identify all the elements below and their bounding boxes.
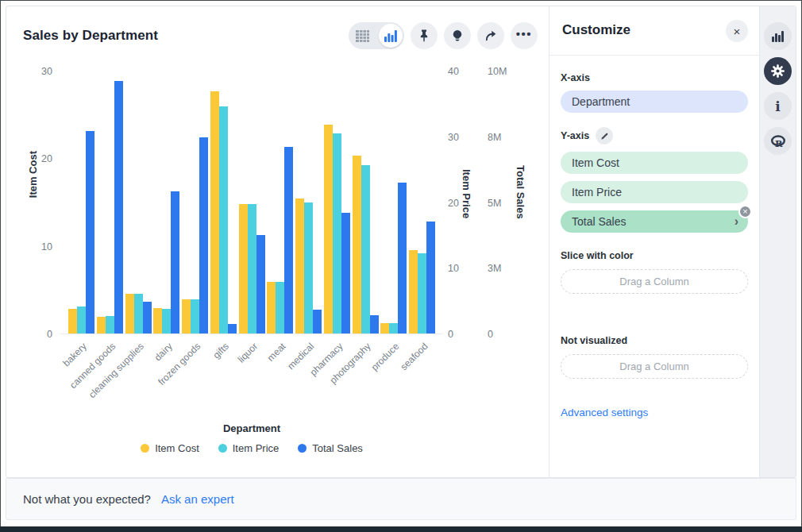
bar[interactable]	[97, 317, 106, 333]
bar[interactable]	[426, 222, 435, 333]
not-visualized-drop-zone[interactable]: Drag a Column	[561, 354, 748, 379]
pill-label: Total Sales	[572, 215, 626, 228]
y-tick-label: 0	[30, 328, 52, 341]
bar[interactable]	[199, 137, 208, 333]
drop-zone-placeholder: Drag a Column	[619, 276, 688, 287]
bar[interactable]	[256, 235, 265, 333]
x-tick-label: liquor	[235, 341, 260, 365]
bar-group: canned goods	[97, 71, 123, 333]
bar[interactable]	[153, 308, 162, 333]
close-icon: ×	[734, 25, 741, 37]
r-language-tab-button[interactable]: R	[764, 127, 792, 155]
y-axis-pill-item-price[interactable]: Item Price	[561, 181, 748, 203]
bar-group: gifts	[210, 71, 237, 333]
bar[interactable]	[370, 315, 379, 333]
edit-y-axis-button[interactable]	[596, 127, 613, 145]
bar[interactable]	[361, 165, 370, 333]
bar-group: cleaning supplies	[125, 71, 152, 333]
bar[interactable]	[134, 294, 143, 333]
bar[interactable]	[210, 91, 219, 333]
r-language-icon: R	[770, 134, 786, 148]
y-tick-label: 5M	[488, 197, 513, 210]
bar[interactable]	[114, 81, 123, 333]
bar[interactable]	[295, 199, 304, 333]
chart-section: Sales by Department	[6, 6, 549, 477]
chart-tab-button[interactable]	[764, 22, 792, 50]
x-axis-column-pill[interactable]: Department	[561, 91, 748, 113]
customize-panel: Customize × X-axis Department Y-axis Ite…	[549, 6, 759, 477]
svg-text:R: R	[774, 137, 782, 148]
bar-group: seafood	[409, 71, 435, 333]
bar[interactable]	[324, 125, 333, 333]
pill-label: Item Price	[572, 186, 622, 199]
bar[interactable]	[77, 306, 86, 333]
legend-item[interactable]: Item Cost	[141, 442, 199, 454]
bar[interactable]	[409, 250, 418, 333]
bar[interactable]	[86, 131, 94, 333]
side-icon-strip: i R	[759, 6, 796, 477]
bar[interactable]	[106, 316, 114, 333]
bar[interactable]	[380, 323, 389, 333]
bar[interactable]	[276, 282, 284, 333]
bar[interactable]	[191, 299, 199, 333]
not-visualized-section-label: Not visualized	[561, 335, 748, 346]
plot-area: Item Cost Item Price Total Sales 3020100…	[6, 6, 549, 477]
legend-dot	[298, 444, 307, 453]
sales-axis-title: Total Sales	[515, 165, 526, 219]
close-panel-button[interactable]: ×	[726, 20, 748, 42]
bar[interactable]	[389, 323, 398, 333]
drop-zone-placeholder: Drag a Column	[619, 360, 688, 372]
bar[interactable]	[228, 324, 237, 333]
bar-group: dairy	[153, 71, 179, 333]
bar[interactable]	[284, 147, 293, 333]
y-tick-label: 0	[488, 328, 513, 341]
bar[interactable]	[313, 310, 322, 333]
bar-group: medical	[295, 71, 322, 333]
pill-label: Item Cost	[572, 156, 619, 169]
settings-tab-button[interactable]	[764, 57, 792, 85]
bar[interactable]	[125, 294, 134, 333]
remove-column-button[interactable]: ×	[738, 205, 752, 218]
y-axis-pill-total-sales[interactable]: Total Sales › ×	[561, 210, 748, 233]
legend-dot	[141, 444, 149, 453]
bar[interactable]	[333, 133, 341, 333]
bar[interactable]	[304, 202, 313, 333]
x-tick-label: produce	[369, 341, 402, 373]
bar[interactable]	[267, 282, 276, 333]
bar[interactable]	[398, 183, 407, 333]
bar[interactable]	[353, 156, 361, 333]
bar[interactable]	[162, 309, 171, 333]
bar[interactable]	[248, 204, 256, 333]
x-axis-section-label: X-axis	[561, 72, 748, 83]
bar-group: produce	[380, 71, 407, 333]
bar[interactable]	[143, 302, 152, 333]
bar[interactable]	[68, 309, 77, 333]
ask-expert-link[interactable]: Ask an expert	[161, 492, 234, 506]
panel-title: Customize	[562, 22, 630, 38]
bar[interactable]	[171, 191, 179, 333]
bar[interactable]	[341, 213, 350, 333]
bar[interactable]	[239, 204, 248, 333]
info-tab-button[interactable]: i	[764, 92, 792, 120]
legend-item[interactable]: Total Sales	[298, 442, 363, 454]
y-tick-label: 20	[448, 197, 468, 210]
y-tick-label: 3M	[488, 262, 513, 275]
gear-icon	[770, 64, 785, 79]
advanced-settings-link[interactable]: Advanced settings	[561, 407, 648, 418]
bar[interactable]	[182, 299, 191, 333]
bar[interactable]	[219, 106, 228, 333]
y-axis-pill-item-cost[interactable]: Item Cost	[561, 152, 748, 174]
left-axis-ticks: 3020100	[30, 65, 52, 341]
y-tick-label: 40	[448, 65, 468, 78]
y-tick-label: 8M	[488, 131, 513, 144]
slice-drop-zone[interactable]: Drag a Column	[561, 269, 748, 294]
sales-axis-ticks: 10M8M5M3M0	[488, 65, 513, 341]
y-axis-section-label: Y-axis	[561, 130, 589, 141]
legend-item[interactable]: Item Price	[218, 442, 280, 454]
y-tick-label: 10M	[488, 65, 513, 78]
y-tick-label: 10	[30, 241, 52, 253]
chevron-right-icon[interactable]: ›	[735, 215, 738, 228]
visualization-card: Sales by Department	[6, 6, 796, 478]
bar[interactable]	[418, 253, 426, 333]
x-tick-label: dairy	[152, 341, 174, 363]
